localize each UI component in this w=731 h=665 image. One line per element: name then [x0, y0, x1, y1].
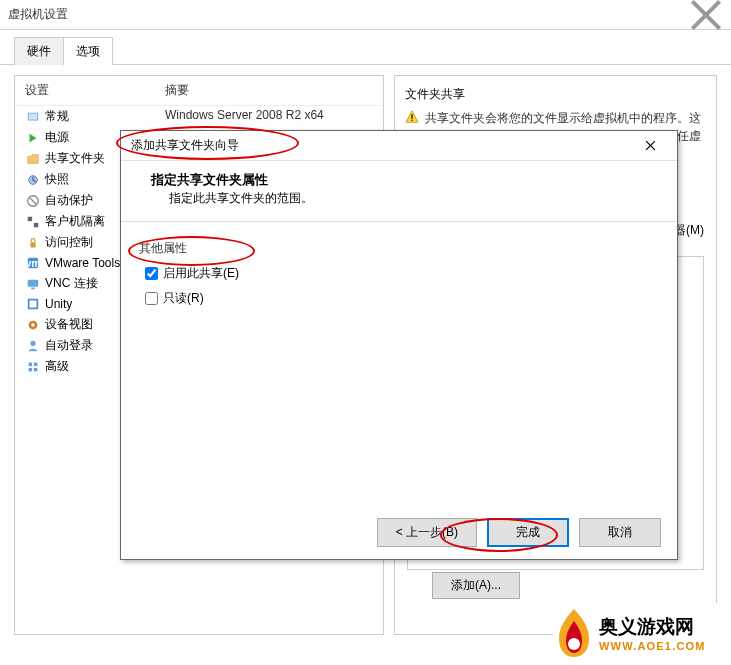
wizard-title: 添加共享文件夹向导	[131, 137, 633, 154]
item-icon	[25, 214, 41, 230]
svg-rect-10	[31, 287, 35, 289]
svg-rect-21	[411, 120, 412, 121]
svg-point-22	[568, 638, 580, 650]
tab-options[interactable]: 选项	[63, 37, 113, 65]
back-button[interactable]: < 上一步(B)	[377, 518, 477, 547]
wizard-heading: 指定共享文件夹属性	[151, 171, 637, 189]
item-icon	[25, 338, 41, 354]
item-label: 电源	[45, 129, 69, 146]
wizard-close-button[interactable]	[633, 133, 667, 159]
enable-share-label: 启用此共享(E)	[163, 265, 239, 282]
watermark-logo: 奥义游戏网 WWW.AOE1.COM	[553, 603, 729, 663]
svg-text:vm: vm	[26, 257, 40, 269]
item-label: 常规	[45, 108, 69, 125]
add-button[interactable]: 添加(A)...	[432, 572, 520, 599]
col-setting: 设置	[25, 82, 165, 99]
wizard-dialog: 添加共享文件夹向导 指定共享文件夹属性 指定此共享文件夹的范围。 其他属性 启用…	[120, 130, 678, 560]
tab-hardware[interactable]: 硬件	[14, 37, 64, 65]
item-icon	[25, 172, 41, 188]
close-button[interactable]	[689, 1, 723, 29]
item-label: Unity	[45, 297, 72, 311]
item-label: 自动保护	[45, 192, 93, 209]
item-icon	[25, 359, 41, 375]
svg-rect-4	[28, 216, 32, 220]
warning-icon	[405, 109, 419, 125]
cancel-button[interactable]: 取消	[579, 518, 661, 547]
svg-point-15	[30, 340, 35, 345]
item-label: 客户机隔离	[45, 213, 105, 230]
enable-share-checkbox[interactable]	[145, 267, 158, 280]
wizard-titlebar: 添加共享文件夹向导	[121, 131, 677, 161]
svg-rect-19	[34, 367, 38, 371]
readonly-label: 只读(R)	[163, 290, 204, 307]
titlebar: 虚拟机设置	[0, 0, 731, 30]
list-item[interactable]: 常规Windows Server 2008 R2 x64	[15, 106, 383, 127]
tabs-bar: 硬件 选项	[0, 30, 731, 65]
svg-rect-1	[29, 113, 38, 119]
item-icon	[25, 235, 41, 251]
item-label: 快照	[45, 171, 69, 188]
svg-point-14	[31, 323, 35, 327]
item-label: 设备视图	[45, 316, 93, 333]
item-icon	[25, 109, 41, 125]
svg-rect-17	[34, 362, 38, 366]
item-label: VMware Tools	[45, 256, 120, 270]
item-label: VNC 连接	[45, 275, 98, 292]
svg-rect-16	[29, 362, 33, 366]
item-label: 共享文件夹	[45, 150, 105, 167]
svg-rect-6	[30, 242, 35, 247]
flame-icon	[553, 607, 595, 659]
item-icon	[25, 276, 41, 292]
finish-button[interactable]: 完成	[487, 518, 569, 547]
window-title: 虚拟机设置	[8, 6, 689, 23]
readonly-row[interactable]: 只读(R)	[145, 290, 659, 307]
readonly-checkbox[interactable]	[145, 292, 158, 305]
group-label: 其他属性	[139, 240, 659, 257]
logo-url: WWW.AOE1.COM	[599, 640, 706, 652]
svg-rect-12	[30, 301, 37, 308]
item-icon	[25, 130, 41, 146]
logo-text: 奥义游戏网	[599, 614, 706, 640]
item-icon	[25, 296, 41, 312]
rp-heading: 文件夹共享	[405, 86, 706, 103]
item-summary: Windows Server 2008 R2 x64	[165, 108, 324, 125]
svg-rect-18	[29, 367, 33, 371]
svg-rect-5	[34, 222, 38, 226]
item-icon	[25, 317, 41, 333]
svg-rect-9	[28, 279, 39, 286]
item-icon	[25, 151, 41, 167]
item-label: 自动登录	[45, 337, 93, 354]
item-label: 高级	[45, 358, 69, 375]
enable-share-row[interactable]: 启用此共享(E)	[145, 265, 659, 282]
item-icon	[25, 193, 41, 209]
col-summary: 摘要	[165, 82, 189, 99]
item-icon: vm	[25, 255, 41, 271]
wizard-subheading: 指定此共享文件夹的范围。	[169, 190, 637, 207]
svg-rect-20	[411, 114, 412, 118]
item-label: 访问控制	[45, 234, 93, 251]
